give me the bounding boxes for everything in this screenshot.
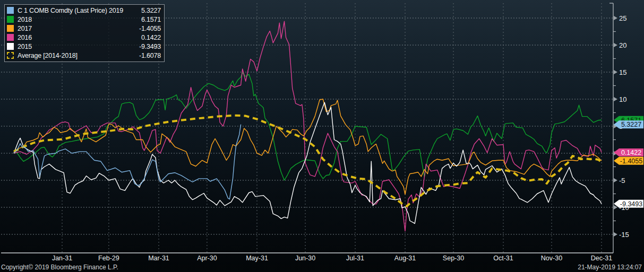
footer-bar: Copyright© 2019 Bloomberg Finance L.P. 2… bbox=[0, 263, 644, 271]
series-average-2014-2018- bbox=[14, 116, 602, 206]
price-tag: 5.3227 bbox=[614, 120, 643, 128]
legend-swatch-icon bbox=[7, 16, 14, 23]
price-tag: -1.4055 bbox=[614, 157, 643, 165]
copyright-text: Copyright© 2019 Bloomberg Finance L.P. bbox=[1, 264, 118, 271]
y-axis-label: 25 bbox=[619, 14, 626, 22]
x-axis-label: Mar-31 bbox=[148, 255, 169, 262]
x-axis-label: Aug-31 bbox=[394, 255, 416, 262]
x-axis-labels: Jan-31Feb-29Mar-31Apr-30May-31Jun-30Jul-… bbox=[52, 255, 612, 262]
legend-label: 2018 bbox=[18, 16, 32, 23]
x-axis-label: May-31 bbox=[246, 255, 268, 262]
x-axis-label: Sep-30 bbox=[443, 255, 464, 262]
svg-text:-9.3493: -9.3493 bbox=[620, 200, 642, 208]
legend-box: C 1 COMB Comdty (Last Price) 20195.32272… bbox=[4, 4, 165, 62]
price-tag: -9.3493 bbox=[614, 200, 643, 208]
y-tick-arrow-icon bbox=[614, 16, 617, 20]
legend-label: 2016 bbox=[18, 34, 32, 41]
legend-swatch-icon bbox=[7, 25, 14, 32]
x-axis-label: Jun-30 bbox=[295, 255, 315, 262]
x-axis-label: Nov-30 bbox=[541, 255, 562, 262]
legend-value: 6.1571 bbox=[141, 16, 162, 23]
x-axis-label: Jul-31 bbox=[346, 255, 364, 262]
legend-swatch-icon bbox=[7, 34, 14, 41]
y-axis-label: 10 bbox=[619, 95, 626, 103]
legend-row-2015[interactable]: 2015-9.3493 bbox=[7, 42, 162, 51]
legend-swatch-dashed-icon bbox=[7, 52, 14, 59]
x-axis-label: Feb-29 bbox=[98, 255, 119, 262]
y-axis-label: 15 bbox=[619, 68, 626, 76]
last-price-tags: 6.15715.32270.1422-1.4055-9.3493 bbox=[614, 116, 643, 208]
legend-row-2016[interactable]: 20160.1422 bbox=[7, 33, 162, 42]
x-axis-label: Oct-31 bbox=[493, 255, 513, 262]
svg-text:-1.4055: -1.4055 bbox=[620, 157, 642, 165]
y-tick-arrow-icon bbox=[614, 97, 617, 101]
y-tick-arrow-icon bbox=[614, 232, 617, 236]
legend-row-2019[interactable]: C 1 COMB Comdty (Last Price) 20195.3227 bbox=[7, 6, 162, 15]
legend-label: Average [2014-2018] bbox=[18, 52, 78, 59]
timestamp-text: 21-May-2019 13:24:07 bbox=[578, 264, 642, 271]
x-axis-label: Jan-31 bbox=[52, 255, 72, 262]
legend-swatch-icon bbox=[7, 7, 14, 14]
legend-value: 5.3227 bbox=[141, 7, 162, 14]
svg-text:5.3227: 5.3227 bbox=[621, 121, 641, 128]
legend-label: C 1 COMB Comdty (Last Price) 2019 bbox=[18, 7, 123, 14]
chart-stage: 2520151050-5-10-15Jan-31Feb-29Mar-31Apr-… bbox=[0, 0, 644, 272]
legend-value: -9.3493 bbox=[139, 43, 162, 50]
y-tick-arrow-icon bbox=[614, 70, 617, 74]
legend-row-2017[interactable]: 2017-1.4055 bbox=[7, 24, 162, 33]
price-tag: 0.1422 bbox=[614, 148, 643, 156]
y-axis-label: -15 bbox=[619, 231, 629, 239]
y-tick-arrow-icon bbox=[614, 178, 617, 182]
y-axis-label: -5 bbox=[619, 177, 625, 185]
y-axis-label: 20 bbox=[619, 41, 626, 49]
y-tick-arrow-icon bbox=[614, 43, 617, 47]
legend-value: -1.4055 bbox=[139, 25, 162, 32]
legend-row-average[interactable]: Average [2014-2018]-1.6078 bbox=[7, 51, 162, 60]
legend-swatch-icon bbox=[7, 43, 14, 50]
bloomberg-seasonality-screen: { "legend": { "rows": [ {"id":"2019","la… bbox=[0, 0, 644, 272]
x-axis-label: Dec-31 bbox=[591, 255, 612, 262]
x-axis-label: Apr-30 bbox=[197, 255, 217, 262]
legend-label: 2015 bbox=[18, 43, 32, 50]
legend-value: 0.1422 bbox=[141, 34, 162, 41]
legend-row-2018[interactable]: 20186.1571 bbox=[7, 15, 162, 24]
legend-label: 2017 bbox=[18, 25, 32, 32]
legend-value: -1.6078 bbox=[139, 52, 162, 59]
svg-text:0.1422: 0.1422 bbox=[621, 149, 641, 156]
